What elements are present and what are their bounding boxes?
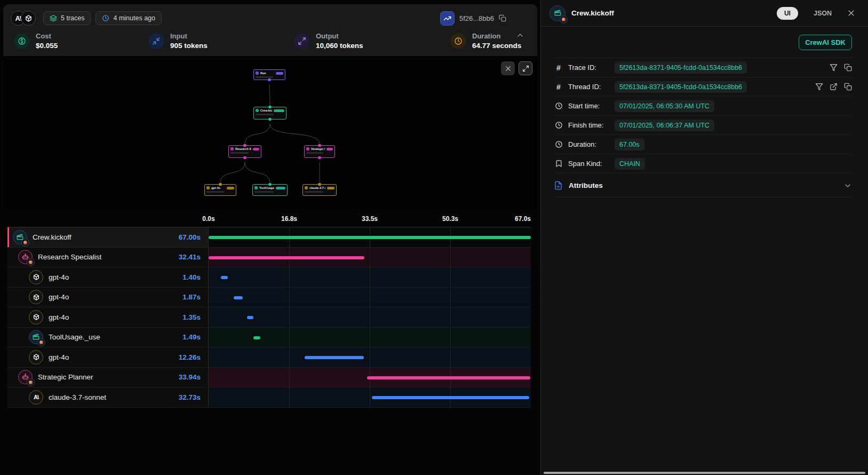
row-track[interactable]	[209, 288, 531, 307]
row-track[interactable]	[209, 328, 531, 347]
graph-node-crew[interactable]: Crew.kickoff	[253, 107, 286, 120]
graph-node-tool[interactable]: ToolUsage._use	[252, 184, 288, 196]
row-label: gpt-4o	[49, 273, 69, 281]
horizontal-scrollbar[interactable]	[544, 472, 865, 474]
span-duration-bar[interactable]	[367, 376, 530, 379]
gridline	[289, 267, 290, 287]
row-label-cell[interactable]: ToolUsage._use1.49s	[7, 328, 209, 347]
graph-close-button[interactable]	[501, 61, 515, 75]
timeline-row-strategic-planner[interactable]: Strategic Planner33.94s	[7, 368, 531, 388]
timeline-row-gpt-4o[interactable]: gpt-4o1.40s	[7, 267, 531, 288]
field-value[interactable]: 07/01/2025, 06:05:30 AM UTC	[615, 100, 714, 112]
timeline-row-toolusage-use[interactable]: ToolUsage._use1.49s	[7, 328, 531, 348]
row-track[interactable]	[209, 387, 531, 407]
stat-value: $0.055	[36, 42, 58, 50]
sdk-badge[interactable]: CrewAI SDK	[799, 35, 852, 50]
field-label: Start time:	[568, 102, 610, 110]
field-value[interactable]: 5f2613da-8371-9405-fcdd-0a1534cc8bb6	[615, 81, 747, 93]
graph-expand-button[interactable]	[519, 61, 532, 75]
gridline	[289, 328, 290, 347]
field-value[interactable]: 07/01/2025, 06:06:37 AM UTC	[615, 120, 714, 131]
node-subtext	[256, 76, 273, 78]
span-duration-bar[interactable]	[221, 276, 228, 279]
node-input-handle[interactable]	[318, 144, 321, 147]
panel-close-button[interactable]	[847, 9, 855, 17]
node-input-handle[interactable]	[244, 144, 246, 147]
copy-icon[interactable]	[844, 64, 852, 72]
tab-json[interactable]: JSON	[810, 7, 835, 20]
node-badge	[327, 187, 335, 189]
field-value[interactable]: 67.00s	[615, 139, 644, 151]
node-output-handle[interactable]	[318, 156, 321, 159]
row-track[interactable]	[209, 227, 531, 247]
row-label-cell[interactable]: A\claude-3.7-sonnet32.73s	[7, 387, 209, 407]
node-input-handle[interactable]	[219, 183, 222, 186]
gridline	[289, 347, 290, 367]
age-badge[interactable]: 4 minutes ago	[95, 11, 162, 25]
node-input-handle[interactable]	[318, 183, 321, 186]
filter-icon[interactable]	[830, 64, 838, 72]
trace-chart-button[interactable]	[440, 11, 455, 26]
row-label-cell[interactable]: gpt-4o1.87s	[7, 288, 209, 307]
crewai-logo-sub-badge	[21, 239, 29, 247]
span-duration-bar[interactable]	[305, 356, 364, 359]
timeline-row-claude-3-7-sonnet[interactable]: A\claude-3.7-sonnet32.73s	[7, 387, 531, 408]
traces-badge[interactable]: 5 traces	[43, 11, 91, 25]
graph-node-run[interactable]: Run	[253, 69, 285, 80]
node-output-handle[interactable]	[269, 118, 272, 121]
span-duration-bar[interactable]	[253, 336, 260, 339]
graph-node-gpt[interactable]: gpt-4o	[204, 184, 236, 196]
span-duration-bar[interactable]	[247, 316, 253, 319]
field-value[interactable]: 5f2613da-8371-9405-fcdd-0a1534cc8bb6	[615, 62, 747, 74]
trace-graph-canvas[interactable]: RunCrew.kickoffResearch Speciali...Strat…	[3, 56, 537, 211]
gridline	[370, 248, 370, 267]
row-track[interactable]	[209, 248, 531, 267]
filter-icon[interactable]	[815, 83, 823, 91]
span-duration-bar[interactable]	[209, 256, 364, 259]
row-track[interactable]	[209, 368, 531, 387]
row-track[interactable]	[209, 267, 531, 287]
node-subtext	[306, 152, 323, 154]
external-icon[interactable]	[830, 83, 838, 91]
tick-label: 33.5s	[362, 215, 378, 223]
graph-node-strategic[interactable]: Strategic Planner	[304, 145, 335, 158]
field-row-thread-id-: #Thread ID:5f2613da-8371-9405-fcdd-0a153…	[554, 77, 852, 97]
row-track[interactable]	[209, 347, 531, 367]
span-duration-bar[interactable]	[234, 296, 243, 299]
row-label-cell[interactable]: Strategic Planner33.94s	[7, 368, 209, 387]
tab-ui[interactable]: UI	[777, 7, 798, 20]
span-duration-bar[interactable]	[372, 396, 529, 399]
row-label-cell[interactable]: gpt-4o12.26s	[7, 347, 209, 367]
timeline-row-gpt-4o[interactable]: gpt-4o12.26s	[7, 347, 531, 368]
trace-id-short: 5f26...8bb6	[459, 14, 494, 22]
node-input-handle[interactable]	[269, 183, 272, 186]
timeline-row-gpt-4o[interactable]: gpt-4o1.87s	[7, 288, 531, 308]
timeline-row-research-specialist[interactable]: Research Specialist32.41s	[7, 248, 531, 268]
timeline-row-gpt-4o[interactable]: gpt-4o1.35s	[7, 307, 531, 328]
tick-label: 16.8s	[281, 215, 297, 223]
copy-icon[interactable]	[844, 83, 852, 91]
graph-node-research[interactable]: Research Speciali...	[228, 145, 261, 158]
row-label-cell[interactable]: gpt-4o1.40s	[7, 267, 209, 287]
chevron-up-icon[interactable]	[516, 31, 524, 39]
node-output-handle[interactable]	[244, 156, 246, 159]
node-output-handle[interactable]	[268, 78, 271, 81]
timeline-row-crew-kickoff[interactable]: Crew.kickoff67.00s	[7, 227, 531, 248]
row-label: gpt-4o	[49, 353, 69, 361]
span-duration-bar[interactable]	[209, 236, 531, 239]
row-label-cell[interactable]: gpt-4o1.35s	[7, 307, 209, 327]
row-duration: 67.00s	[179, 233, 201, 241]
node-input-handle[interactable]	[269, 106, 272, 108]
row-label-cell[interactable]: Research Specialist32.41s	[7, 248, 209, 267]
tick-label: 0.0s	[202, 215, 214, 223]
field-value[interactable]: CHAIN	[615, 158, 645, 170]
attributes-row[interactable]: Attributes	[554, 173, 852, 197]
stats-row: Cost$0.055Input905 tokensOutput10,060 to…	[3, 30, 537, 50]
span-detail-panel: Crew.kickoff UI JSON CrewAI SDK #Trace I…	[541, 0, 868, 475]
copy-icon[interactable]	[499, 14, 506, 22]
graph-node-claude[interactable]: claude-3.7-sonnet	[302, 184, 337, 196]
row-label-cell[interactable]: Crew.kickoff67.00s	[7, 227, 209, 247]
row-track[interactable]	[209, 307, 531, 327]
node-label: Research Speciali...	[235, 147, 251, 151]
field-row-finish-time-: Finish time:07/01/2025, 06:06:37 AM UTC	[554, 116, 852, 135]
